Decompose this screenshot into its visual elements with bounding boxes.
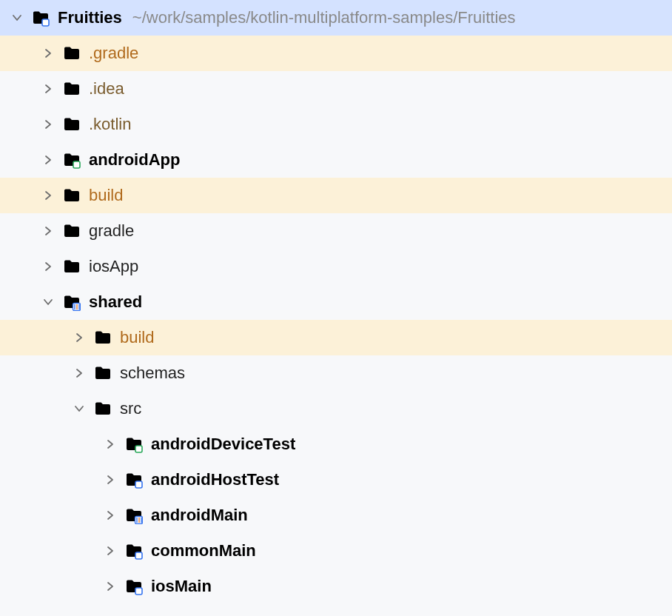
tree-label: build — [120, 328, 154, 347]
chevron-right-icon[interactable] — [40, 81, 56, 97]
tree-row-kotlin[interactable]: .kotlin — [0, 107, 672, 142]
chevron-down-icon[interactable] — [40, 294, 56, 310]
tree-label: shared — [89, 292, 142, 312]
tree-row-build[interactable]: build — [0, 178, 672, 213]
tree-row-androidmain[interactable]: androidMain — [0, 498, 672, 533]
chevron-down-icon[interactable] — [71, 401, 87, 417]
chevron-right-icon[interactable] — [102, 578, 118, 595]
multiplatform-source-folder-icon — [124, 506, 144, 525]
chevron-right-icon[interactable] — [40, 258, 56, 275]
tree-row-root[interactable]: Fruitties ~/work/samples/kotlin-multipla… — [0, 0, 672, 36]
android-module-folder-icon — [62, 150, 81, 170]
chevron-right-icon[interactable] — [102, 507, 118, 523]
tree-row-gradle[interactable]: gradle — [0, 213, 672, 249]
tree-row-iosapp[interactable]: iosApp — [0, 249, 672, 284]
tree-label: iosMain — [151, 577, 212, 596]
tree-row-androiddevicetest[interactable]: androidDeviceTest — [0, 426, 672, 462]
tree-label: commonMain — [151, 541, 256, 560]
tree-row-iosmain[interactable]: iosMain — [0, 569, 672, 604]
svg-rect-1 — [73, 161, 80, 168]
tree-label: Fruitties — [58, 8, 122, 27]
tree-label: gradle — [89, 221, 134, 241]
chevron-right-icon[interactable] — [102, 436, 118, 452]
source-folder-icon — [124, 577, 144, 596]
folder-icon — [93, 399, 112, 418]
tree-row-shared-build[interactable]: build — [0, 320, 672, 355]
tree-row-androidapp[interactable]: androidApp — [0, 142, 672, 178]
chevron-right-icon[interactable] — [71, 329, 87, 346]
tree-label: src — [120, 399, 141, 418]
test-source-folder-icon — [124, 435, 144, 454]
svg-rect-6 — [135, 446, 142, 452]
chevron-right-icon[interactable] — [40, 152, 56, 168]
source-folder-icon — [124, 541, 144, 560]
tree-label: androidApp — [89, 150, 180, 170]
chevron-right-icon[interactable] — [102, 472, 118, 488]
folder-icon — [62, 115, 81, 134]
multiplatform-module-folder-icon — [62, 292, 81, 312]
tree-row-schemas[interactable]: schemas — [0, 355, 672, 391]
svg-rect-0 — [42, 19, 49, 26]
tree-label: .gradle — [89, 44, 138, 63]
tree-label: androidMain — [151, 506, 248, 525]
chevron-down-icon[interactable] — [9, 10, 25, 26]
source-folder-icon — [124, 470, 144, 489]
svg-rect-12 — [135, 552, 142, 559]
chevron-right-icon[interactable] — [40, 223, 56, 239]
tree-label: .idea — [89, 79, 124, 98]
module-folder-icon — [31, 8, 50, 27]
tree-row-gradle-dot[interactable]: .gradle — [0, 36, 672, 71]
folder-icon — [62, 221, 81, 241]
folder-icon — [93, 364, 112, 383]
chevron-right-icon[interactable] — [71, 365, 87, 381]
excluded-folder-icon — [62, 186, 81, 205]
tree-row-idea[interactable]: .idea — [0, 71, 672, 107]
excluded-folder-icon — [93, 328, 112, 347]
tree-label: iosApp — [89, 257, 138, 276]
chevron-right-icon[interactable] — [40, 116, 56, 133]
tree-label: androidHostTest — [151, 470, 279, 489]
tree-row-androidhosttest[interactable]: androidHostTest — [0, 462, 672, 498]
tree-label: build — [89, 186, 123, 205]
chevron-right-icon[interactable] — [102, 543, 118, 559]
tree-label: .kotlin — [89, 115, 131, 134]
svg-rect-13 — [135, 588, 142, 595]
project-path: ~/work/samples/kotlin-multiplatform-samp… — [132, 8, 516, 27]
tree-label: androidDeviceTest — [151, 435, 295, 454]
excluded-folder-icon — [62, 44, 81, 63]
chevron-right-icon[interactable] — [40, 45, 56, 61]
tree-row-shared[interactable]: shared — [0, 284, 672, 320]
tree-row-commonmain[interactable]: commonMain — [0, 533, 672, 569]
tree-row-src[interactable]: src — [0, 391, 672, 426]
folder-icon — [62, 257, 81, 276]
svg-rect-7 — [135, 481, 142, 488]
project-tree: Fruitties ~/work/samples/kotlin-multipla… — [0, 0, 672, 604]
tree-label: schemas — [120, 364, 185, 383]
chevron-right-icon[interactable] — [40, 187, 56, 204]
folder-icon — [62, 79, 81, 98]
